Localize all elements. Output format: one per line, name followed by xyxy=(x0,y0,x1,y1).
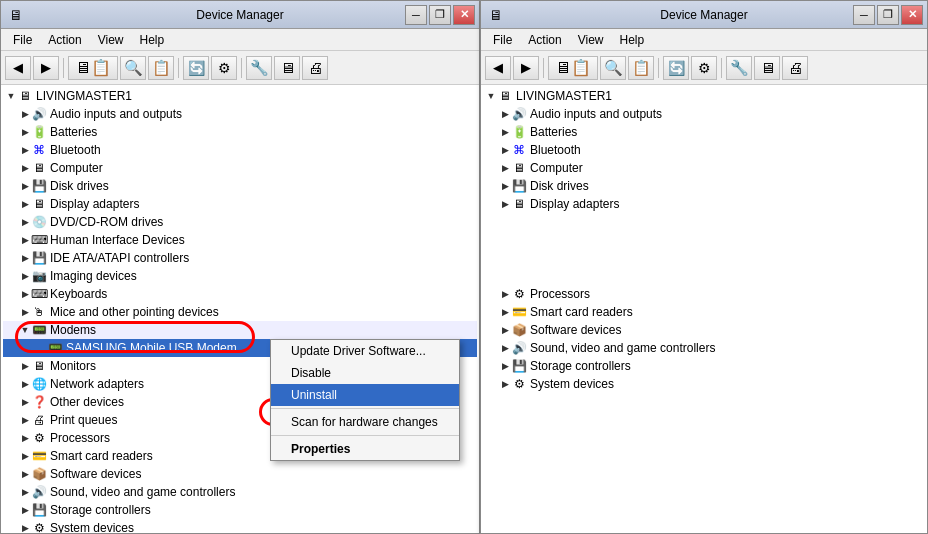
right-tree[interactable]: ▼ 🖥 LIVINGMASTER1 ▶ 🔊 Audio inputs and o… xyxy=(481,85,927,533)
left-tree[interactable]: ▼ 🖥 LIVINGMASTER1 ▶ 🔊 Audio inputs and o… xyxy=(1,85,479,533)
bluetooth-expand: ▶ xyxy=(19,142,31,158)
dvd-icon: 💿 xyxy=(31,214,47,230)
computer-expand: ▶ xyxy=(19,160,31,176)
right-toolbar: ◀ ▶ 🖥📋 🔍 📋 🔄 ⚙ 🔧 🖥 🖨 xyxy=(481,51,927,85)
smartcard-label: Smart card readers xyxy=(50,449,153,463)
cm-properties[interactable]: Properties xyxy=(271,438,459,460)
batteries-icon: 🔋 xyxy=(31,124,47,140)
left-tb-btn8[interactable]: 🖨 xyxy=(302,56,328,80)
tree-system[interactable]: ▶ ⚙ System devices xyxy=(3,519,477,533)
tree-computer[interactable]: ▶ 🖥 Computer xyxy=(3,159,477,177)
tree-display[interactable]: ▶ 🖥 Display adapters xyxy=(3,195,477,213)
hid-expand: ▶ xyxy=(19,232,31,248)
right-smartcard[interactable]: ▶ 💳 Smart card readers xyxy=(483,303,925,321)
right-bluetooth-label: Bluetooth xyxy=(530,143,581,157)
tree-hid[interactable]: ▶ ⌨ Human Interface Devices xyxy=(3,231,477,249)
left-tb-back[interactable]: ◀ xyxy=(5,56,31,80)
right-tb-forward[interactable]: ▶ xyxy=(513,56,539,80)
tree-bluetooth[interactable]: ▶ ⌘ Bluetooth xyxy=(3,141,477,159)
right-tb-btn1[interactable]: 🖥📋 xyxy=(548,56,598,80)
cm-uninstall[interactable]: Uninstall xyxy=(271,384,459,406)
right-sound[interactable]: ▶ 🔊 Sound, video and game controllers xyxy=(483,339,925,357)
right-tb-btn6[interactable]: 🔧 xyxy=(726,56,752,80)
left-tb-forward[interactable]: ▶ xyxy=(33,56,59,80)
left-minimize-button[interactable]: ─ xyxy=(405,5,427,25)
right-menu-file[interactable]: File xyxy=(485,31,520,49)
right-restore-button[interactable]: ❐ xyxy=(877,5,899,25)
right-bluetooth[interactable]: ▶ ⌘ Bluetooth xyxy=(483,141,925,159)
left-restore-button[interactable]: ❐ xyxy=(429,5,451,25)
left-tb-btn1[interactable]: 🖥📋 xyxy=(68,56,118,80)
left-tb-btn5[interactable]: ⚙ xyxy=(211,56,237,80)
left-close-button[interactable]: ✕ xyxy=(453,5,475,25)
tree-mice[interactable]: ▶ 🖱 Mice and other pointing devices xyxy=(3,303,477,321)
right-tb-btn3[interactable]: 📋 xyxy=(628,56,654,80)
left-tb-btn4[interactable]: 🔄 xyxy=(183,56,209,80)
tree-audio[interactable]: ▶ 🔊 Audio inputs and outputs xyxy=(3,105,477,123)
storage-expand: ▶ xyxy=(19,502,31,518)
right-minimize-button[interactable]: ─ xyxy=(853,5,875,25)
context-menu: Update Driver Software... Disable Uninst… xyxy=(270,339,460,461)
network-icon: 🌐 xyxy=(31,376,47,392)
right-tb-btn4[interactable]: 🔄 xyxy=(663,56,689,80)
dvd-expand: ▶ xyxy=(19,214,31,230)
right-tb-btn2[interactable]: 🔍 xyxy=(600,56,626,80)
left-menu-view[interactable]: View xyxy=(90,31,132,49)
right-display[interactable]: ▶ 🖥 Display adapters xyxy=(483,195,925,213)
left-menu-file[interactable]: File xyxy=(5,31,40,49)
cm-update-driver[interactable]: Update Driver Software... xyxy=(271,340,459,362)
tree-modems[interactable]: ▼ 📟 Modems xyxy=(3,321,477,339)
left-title: Device Manager xyxy=(196,8,283,22)
right-tree-root[interactable]: ▼ 🖥 LIVINGMASTER1 xyxy=(483,87,925,105)
tree-root[interactable]: ▼ 🖥 LIVINGMASTER1 xyxy=(3,87,477,105)
display-label: Display adapters xyxy=(50,197,139,211)
right-storage[interactable]: ▶ 💾 Storage controllers xyxy=(483,357,925,375)
left-tb-btn3[interactable]: 📋 xyxy=(148,56,174,80)
tree-keyboards[interactable]: ▶ ⌨ Keyboards xyxy=(3,285,477,303)
right-tb-back[interactable]: ◀ xyxy=(485,56,511,80)
tree-software[interactable]: ▶ 📦 Software devices xyxy=(3,465,477,483)
imaging-icon: 📷 xyxy=(31,268,47,284)
left-tb-btn7[interactable]: 🖥 xyxy=(274,56,300,80)
right-tb-btn8[interactable]: 🖨 xyxy=(782,56,808,80)
keyboards-icon: ⌨ xyxy=(31,286,47,302)
left-tb-btn6[interactable]: 🔧 xyxy=(246,56,272,80)
left-tb-sep3 xyxy=(241,58,242,78)
cm-scan[interactable]: Scan for hardware changes xyxy=(271,411,459,433)
right-batteries[interactable]: ▶ 🔋 Batteries xyxy=(483,123,925,141)
right-tb-btn5[interactable]: ⚙ xyxy=(691,56,717,80)
right-software[interactable]: ▶ 📦 Software devices xyxy=(483,321,925,339)
cm-disable[interactable]: Disable xyxy=(271,362,459,384)
software-expand: ▶ xyxy=(19,466,31,482)
right-disk[interactable]: ▶ 💾 Disk drives xyxy=(483,177,925,195)
right-audio[interactable]: ▶ 🔊 Audio inputs and outputs xyxy=(483,105,925,123)
sound-icon: 🔊 xyxy=(31,484,47,500)
right-computer[interactable]: ▶ 🖥 Computer xyxy=(483,159,925,177)
tree-storage[interactable]: ▶ 💾 Storage controllers xyxy=(3,501,477,519)
right-menu-help[interactable]: Help xyxy=(612,31,653,49)
tree-imaging[interactable]: ▶ 📷 Imaging devices xyxy=(3,267,477,285)
tree-disk[interactable]: ▶ 💾 Disk drives xyxy=(3,177,477,195)
root-icon: 🖥 xyxy=(17,88,33,104)
right-smartcard-label: Smart card readers xyxy=(530,305,633,319)
left-menu-help[interactable]: Help xyxy=(132,31,173,49)
processors-label: Processors xyxy=(50,431,110,445)
samsung-label: SAMSUNG Mobile USB Modem xyxy=(66,341,237,355)
right-tb-btn7[interactable]: 🖥 xyxy=(754,56,780,80)
system-label: System devices xyxy=(50,521,134,533)
left-tb-btn2[interactable]: 🔍 xyxy=(120,56,146,80)
right-close-button[interactable]: ✕ xyxy=(901,5,923,25)
tree-sound[interactable]: ▶ 🔊 Sound, video and game controllers xyxy=(3,483,477,501)
left-menu-action[interactable]: Action xyxy=(40,31,89,49)
right-menu-action[interactable]: Action xyxy=(520,31,569,49)
right-processors[interactable]: ▶ ⚙ Processors xyxy=(483,285,925,303)
right-audio-label: Audio inputs and outputs xyxy=(530,107,662,121)
audio-icon: 🔊 xyxy=(31,106,47,122)
tree-batteries[interactable]: ▶ 🔋 Batteries xyxy=(3,123,477,141)
tree-dvd[interactable]: ▶ 💿 DVD/CD-ROM drives xyxy=(3,213,477,231)
left-menubar: File Action View Help xyxy=(1,29,479,51)
tree-ide[interactable]: ▶ 💾 IDE ATA/ATAPI controllers xyxy=(3,249,477,267)
right-menu-view[interactable]: View xyxy=(570,31,612,49)
software-label: Software devices xyxy=(50,467,141,481)
right-system[interactable]: ▶ ⚙ System devices xyxy=(483,375,925,393)
